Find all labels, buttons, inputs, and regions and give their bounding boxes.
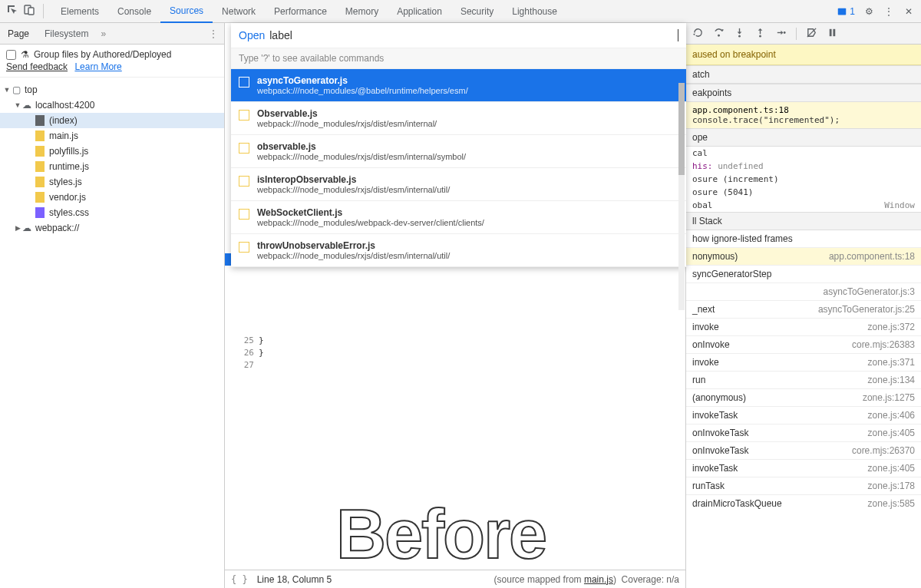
svg-point-3 bbox=[718, 34, 720, 36]
open-prefix: Open bbox=[239, 29, 265, 41]
tab-console[interactable]: Console bbox=[108, 0, 160, 23]
pretty-print-icon[interactable]: { } bbox=[231, 574, 248, 585]
source-map-link[interactable]: main.js bbox=[584, 574, 613, 585]
callstack-frame[interactable]: runzone.js:134 bbox=[686, 371, 921, 388]
js-file-icon bbox=[239, 176, 249, 187]
open-result-item[interactable]: WebSocketClient.jswebpack:///node_module… bbox=[231, 201, 686, 234]
issues-badge[interactable]: 1 bbox=[837, 6, 855, 17]
gutter: 25 26 27 bbox=[225, 335, 259, 372]
open-result-item[interactable]: asyncToGenerator.jswebpack:///node_modul… bbox=[231, 69, 686, 102]
debugger-pane: aused on breakpoint atch eakpoints app.c… bbox=[685, 23, 921, 588]
subtab-more[interactable]: » bbox=[96, 28, 111, 39]
flask-icon: ⚗ bbox=[21, 49, 29, 60]
step-into-icon[interactable] bbox=[734, 27, 745, 41]
tree-stylesjs[interactable]: styles.js bbox=[0, 174, 224, 190]
callstack-frame[interactable]: runTaskzone.js:178 bbox=[686, 477, 921, 494]
svg-point-6 bbox=[784, 31, 786, 34]
resume-icon[interactable] bbox=[692, 27, 704, 41]
tab-security[interactable]: Security bbox=[451, 0, 503, 23]
open-input[interactable]: label bbox=[269, 29, 678, 41]
tree-index[interactable]: (index) bbox=[0, 113, 224, 128]
tab-application[interactable]: Application bbox=[388, 0, 451, 23]
callstack-frame[interactable]: nonymous)app.component.ts:18 bbox=[686, 247, 921, 265]
settings-icon[interactable]: ⚙ bbox=[863, 6, 875, 17]
open-result-item[interactable]: isInteropObservable.jswebpack:///node_mo… bbox=[231, 168, 686, 201]
callstack-frame[interactable]: invokezone.js:371 bbox=[686, 353, 921, 371]
subtab-page[interactable]: Page bbox=[0, 23, 37, 45]
subtab-filesystem[interactable]: Filesystem bbox=[37, 23, 96, 45]
step-out-icon[interactable] bbox=[754, 27, 766, 41]
svg-rect-2 bbox=[838, 8, 847, 15]
group-checkbox[interactable] bbox=[6, 50, 16, 60]
show-ignore-listed[interactable]: how ignore-listed frames bbox=[686, 230, 921, 247]
section-watch[interactable]: atch bbox=[686, 65, 921, 84]
callstack-frame[interactable]: syncGeneratorStep bbox=[686, 265, 921, 282]
device-icon[interactable] bbox=[23, 4, 35, 18]
code-body[interactable]: } } bbox=[259, 335, 264, 372]
section-callstack[interactable]: ll Stack bbox=[686, 212, 921, 230]
tab-performance[interactable]: Performance bbox=[265, 0, 336, 23]
callstack-frame[interactable]: invokeTaskzone.js:406 bbox=[686, 406, 921, 424]
callstack-frame[interactable]: invokezone.js:372 bbox=[686, 318, 921, 335]
open-result-item[interactable]: observable.jswebpack:///node_modules/rxj… bbox=[231, 135, 686, 168]
pause-exceptions-icon[interactable] bbox=[827, 27, 838, 41]
callstack-frame[interactable]: invokeTaskzone.js:405 bbox=[686, 459, 921, 477]
callstack-frame[interactable]: onInvokecore.mjs:26383 bbox=[686, 335, 921, 353]
open-results: asyncToGenerator.jswebpack:///node_modul… bbox=[231, 69, 686, 267]
subtab-kebab-icon[interactable]: ⋮ bbox=[203, 28, 224, 39]
open-scrollbar[interactable] bbox=[678, 83, 685, 310]
tree-vendor[interactable]: vendor.js bbox=[0, 190, 224, 205]
scope-local[interactable]: cal bbox=[686, 147, 921, 160]
callstack-frame[interactable]: (anonymous)zone.js:1275 bbox=[686, 388, 921, 406]
watermark-text: Before bbox=[336, 495, 546, 574]
tree-top[interactable]: ▼▢top bbox=[0, 82, 224, 97]
tree-stylescss[interactable]: styles.css bbox=[0, 205, 224, 220]
callstack-frame[interactable]: onInvokeTaskzone.js:405 bbox=[686, 424, 921, 441]
status-bar: { } Line 18, Column 5 (source mapped fro… bbox=[225, 570, 685, 588]
open-result-item[interactable]: throwUnobservableError.jswebpack:///node… bbox=[231, 234, 686, 267]
callstack-frame[interactable]: asyncToGenerator.js:3 bbox=[686, 282, 921, 300]
tree-runtime[interactable]: runtime.js bbox=[0, 159, 224, 174]
tree-main[interactable]: main.js bbox=[0, 128, 224, 144]
svg-rect-8 bbox=[833, 28, 835, 35]
tab-memory[interactable]: Memory bbox=[336, 0, 388, 23]
close-icon[interactable]: ✕ bbox=[903, 6, 915, 17]
tree-webpack[interactable]: ▶☁webpack:// bbox=[0, 220, 224, 236]
source-map-info: (source mapped from main.js) Coverage: n… bbox=[494, 574, 679, 585]
svg-point-4 bbox=[738, 35, 741, 37]
callstack-frame[interactable]: _nextasyncToGenerator.js:25 bbox=[686, 300, 921, 318]
tab-elements[interactable]: Elements bbox=[51, 0, 108, 23]
scope-global[interactable]: obalWindow bbox=[686, 199, 921, 212]
tree-host[interactable]: ▼☁localhost:4200 bbox=[0, 97, 224, 113]
callstack-frame[interactable]: onInvokeTaskcore.mjs:26370 bbox=[686, 441, 921, 459]
inspect-icon[interactable] bbox=[6, 4, 18, 18]
group-label: Group files by Authored/Deployed bbox=[34, 49, 171, 60]
learn-more-link[interactable]: Learn More bbox=[74, 61, 121, 72]
js-file-icon bbox=[239, 242, 249, 253]
svg-rect-1 bbox=[28, 8, 34, 15]
more-icon[interactable]: ⋮ bbox=[883, 6, 895, 17]
navigator-pane: Page Filesystem » ⋮ ⚗ Group files by Aut… bbox=[0, 23, 225, 588]
js-file-icon bbox=[239, 209, 249, 220]
section-scope[interactable]: ope bbox=[686, 128, 921, 147]
tab-network[interactable]: Network bbox=[213, 0, 265, 23]
quick-open-popup: Open label Type '?' to see available com… bbox=[231, 23, 686, 267]
step-over-icon[interactable] bbox=[713, 27, 725, 41]
section-breakpoints[interactable]: eakpoints bbox=[686, 84, 921, 102]
open-result-item[interactable]: Observable.jswebpack:///node_modules/rxj… bbox=[231, 102, 686, 135]
debug-toolbar bbox=[686, 23, 921, 45]
tree-poly[interactable]: polyfills.js bbox=[0, 144, 224, 159]
tab-sources[interactable]: Sources bbox=[160, 0, 213, 23]
breakpoint-stripe bbox=[225, 253, 231, 266]
breakpoint-item[interactable]: app.component.ts:18 console.trace("incre… bbox=[686, 102, 921, 128]
send-feedback-link[interactable]: Send feedback bbox=[6, 61, 68, 72]
step-icon[interactable] bbox=[775, 27, 787, 41]
deactivate-bp-icon[interactable] bbox=[806, 27, 817, 41]
svg-rect-7 bbox=[830, 28, 832, 35]
scope-closure-1[interactable]: osure (increment) bbox=[686, 173, 921, 186]
scope-closure-2[interactable]: osure (5041) bbox=[686, 186, 921, 199]
callstack-frame[interactable]: drainMicroTaskQueuezone.js:585 bbox=[686, 494, 921, 512]
tab-lighthouse[interactable]: Lighthouse bbox=[503, 0, 566, 23]
file-tree: ▼▢top ▼☁localhost:4200 (index) main.js p… bbox=[0, 78, 224, 588]
editor-pane: 25 26 27 } } Before { } Line 18, Column … bbox=[225, 23, 685, 588]
